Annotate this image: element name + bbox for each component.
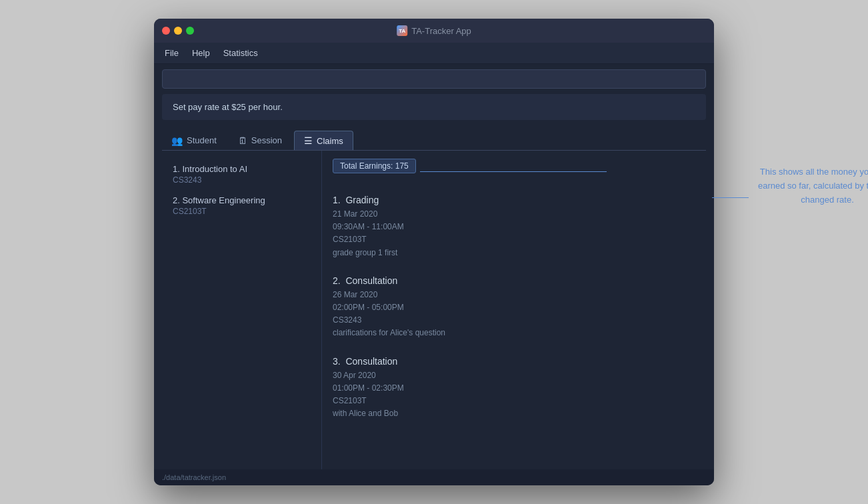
footer-path: ./data/tatracker.json [162, 473, 226, 481]
claim-title-2: 2. Consultation [333, 275, 695, 286]
app-icon: TA [397, 25, 407, 36]
claim-detail-2: 26 Mar 2020 02:00PM - 05:00PM CS3243 cla… [333, 289, 695, 340]
menu-file[interactable]: File [159, 45, 184, 61]
annotation-tooltip: This shows all the money you have earned… [747, 165, 868, 207]
claim-title-3: 3. Consultation [333, 356, 695, 367]
tab-claims[interactable]: ☰ Claims [294, 131, 353, 150]
right-panel: Total Earnings: 175 1. Grading 21 Mar 20… [322, 151, 706, 469]
claims-icon: ☰ [304, 135, 313, 146]
maximize-button[interactable] [186, 27, 194, 35]
close-button[interactable] [162, 27, 170, 35]
annotation-arrow-line [712, 197, 749, 198]
claim-item-1: 1. Grading 21 Mar 2020 09:30AM - 11:00AM… [333, 195, 695, 259]
earnings-connector-line [420, 171, 607, 172]
claim-detail-3: 30 Apr 2020 01:00PM - 02:30PM CS2103T wi… [333, 369, 695, 421]
info-text: Set pay rate at $25 per hour. [173, 102, 283, 112]
total-earnings-label: Total Earnings: 175 [340, 161, 409, 171]
student-icon: 👥 [171, 135, 183, 146]
claim-item-2: 2. Consultation 26 Mar 2020 02:00PM - 05… [333, 275, 695, 340]
left-panel: 1. Introduction to AI CS3243 2. Software… [162, 151, 322, 469]
course-code-2: CS2103T [173, 207, 311, 216]
course-code-1: CS3243 [173, 175, 311, 185]
search-input[interactable] [162, 69, 706, 89]
menu-help[interactable]: Help [187, 45, 215, 61]
main-content: 1. Introduction to AI CS3243 2. Software… [162, 150, 706, 469]
menu-statistics[interactable]: Statistics [218, 45, 263, 61]
info-bar: Set pay rate at $25 per hour. [162, 94, 706, 120]
claim-item-3: 3. Consultation 30 Apr 2020 01:00PM - 02… [333, 356, 695, 421]
claim-title-1: 1. Grading [333, 195, 695, 205]
tab-session[interactable]: 🗓 Session [229, 131, 291, 150]
tab-claims-label: Claims [317, 136, 343, 146]
tab-bar: 👥 Student 🗓 Session ☰ Claims [154, 125, 714, 150]
session-icon: 🗓 [238, 135, 247, 146]
course-name-1: 1. Introduction to AI [173, 164, 311, 174]
minimize-button[interactable] [174, 27, 182, 35]
app-window: TA TA-Tracker App File Help Statistics S… [154, 19, 714, 485]
menu-bar: File Help Statistics [154, 43, 714, 64]
title-bar: TA TA-Tracker App [154, 19, 714, 43]
search-bar [154, 64, 714, 94]
total-earnings-badge[interactable]: Total Earnings: 175 [333, 159, 416, 173]
claim-detail-1: 21 Mar 2020 09:30AM - 11:00AM CS2103T gr… [333, 208, 695, 259]
window-title: TA TA-Tracker App [397, 25, 471, 36]
tab-student[interactable]: 👥 Student [162, 131, 226, 150]
course-item-2[interactable]: 2. Software Engineering CS2103T [162, 190, 321, 221]
traffic-lights [162, 27, 194, 35]
footer: ./data/tatracker.json [154, 469, 714, 485]
course-name-2: 2. Software Engineering [173, 195, 311, 205]
course-item-1[interactable]: 1. Introduction to AI CS3243 [162, 159, 321, 190]
tab-session-label: Session [251, 135, 282, 145]
tab-student-label: Student [187, 135, 217, 145]
